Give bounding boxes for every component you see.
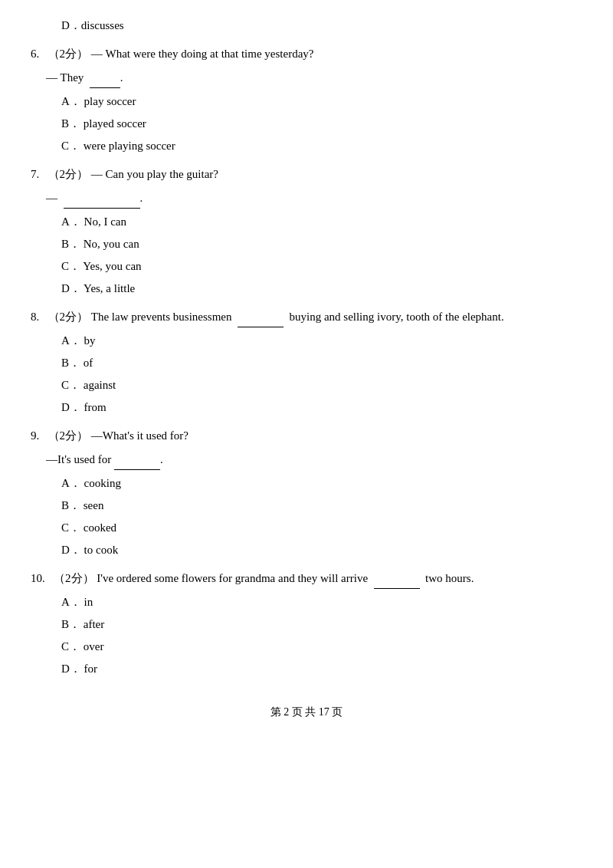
option-9c: C． cooked <box>61 518 582 538</box>
question-9: 9. （2分） —What's it used for? —It's used … <box>31 426 582 561</box>
option-9a: A． cooking <box>61 473 582 494</box>
question-8-text: 8. （2分） The law prevents businessmen buy… <box>31 307 582 327</box>
option-6b: B． played soccer <box>61 113 582 134</box>
option-9d: D． to cook <box>61 540 582 561</box>
answer-blank-9 <box>114 469 160 470</box>
option-8a: A． by <box>61 330 582 351</box>
option-d-discusses: D．discusses <box>31 15 582 36</box>
question-7-text: 7. （2分） — Can you play the guitar? <box>31 164 582 185</box>
option-6a: A． play soccer <box>61 91 582 112</box>
question-6: 6. （2分） — What were they doing at that t… <box>31 44 582 156</box>
question-7: 7. （2分） — Can you play the guitar? — . A… <box>31 164 582 299</box>
option-10d: D． for <box>61 659 582 679</box>
question-9-text: 9. （2分） —What's it used for? <box>31 426 582 446</box>
option-7a: A． No, I can <box>61 212 582 232</box>
option-7d: D． Yes, a little <box>61 278 582 299</box>
page-footer: 第 2 页 共 17 页 <box>31 702 582 722</box>
option-7b: B． No, you can <box>61 234 582 255</box>
question-10: 10. （2分） I've ordered some flowers for g… <box>31 568 582 679</box>
question-10-text: 10. （2分） I've ordered some flowers for g… <box>31 568 582 589</box>
answer-blank-8 <box>238 327 284 327</box>
option-8d: D． from <box>61 397 582 418</box>
question-6-text: 6. （2分） — What were they doing at that t… <box>31 44 582 64</box>
question-8: 8. （2分） The law prevents businessmen buy… <box>31 307 582 418</box>
question-7-answer: — . <box>46 188 582 209</box>
question-9-answer: —It's used for . <box>46 449 582 470</box>
option-text: D．discusses <box>61 15 582 36</box>
option-10b: B． after <box>61 614 582 635</box>
option-10a: A． in <box>61 592 582 613</box>
option-10c: C． over <box>61 636 582 657</box>
answer-blank-10 <box>374 588 420 589</box>
option-8c: C． against <box>61 375 582 396</box>
option-8b: B． of <box>61 353 582 373</box>
answer-blank-7 <box>64 208 140 209</box>
answer-blank-6 <box>90 87 120 88</box>
option-6c: C． were playing soccer <box>61 136 582 156</box>
question-6-answer: — They . <box>46 67 582 88</box>
option-7c: C． Yes, you can <box>61 256 582 277</box>
option-9b: B． seen <box>61 495 582 516</box>
